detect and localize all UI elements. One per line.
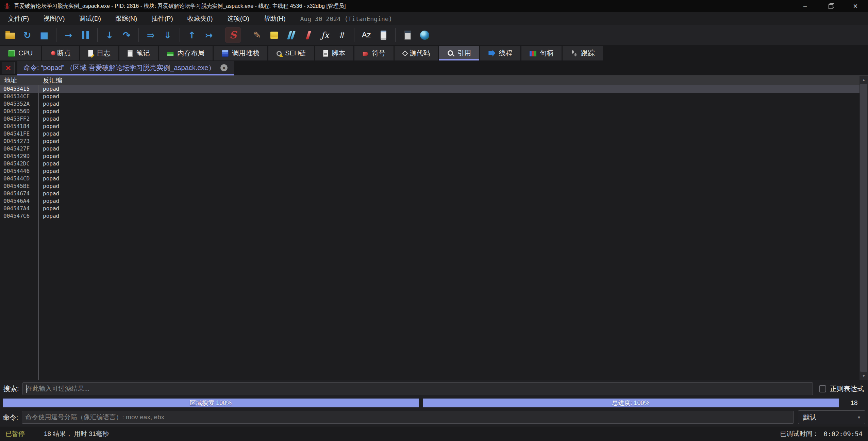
close-all-tabs-button[interactable]: × bbox=[2, 62, 15, 74]
regex-checkbox[interactable] bbox=[819, 385, 826, 392]
result-tab-label: 命令: “popad” （区域 吾爱破解论坛学习脱壳实例_aspack.exe） bbox=[23, 63, 215, 72]
memory-map-icon bbox=[167, 52, 174, 56]
restart-button[interactable]: ↻ bbox=[20, 28, 35, 42]
tab-references[interactable]: 引用 bbox=[439, 46, 479, 60]
symbols-icon bbox=[363, 52, 368, 56]
menu-help[interactable]: 帮助(H) bbox=[256, 12, 293, 25]
patches-button[interactable] bbox=[376, 28, 391, 42]
disassembly-column-header[interactable]: 反汇编 bbox=[38, 76, 62, 85]
menu-options[interactable]: 选项(O) bbox=[220, 12, 256, 25]
patch-button[interactable]: ✎ bbox=[250, 28, 265, 42]
menu-debug[interactable]: 调试(D) bbox=[72, 12, 108, 25]
disasm-cell: popad bbox=[38, 190, 59, 197]
execute-till-return-button[interactable]: ↑ bbox=[184, 28, 199, 42]
function-button[interactable]: ƒx bbox=[318, 28, 333, 42]
minimize-button[interactable]: – bbox=[792, 0, 818, 12]
run-to-selection-button[interactable]: ⇒ bbox=[143, 28, 158, 42]
run-button[interactable]: → bbox=[61, 28, 76, 42]
table-row[interactable]: 00453FF2popad bbox=[0, 115, 868, 123]
search-bar: 搜索: 正则表达式 bbox=[0, 380, 868, 398]
status-bar: 已暂停 18 结果， 用时 31毫秒 已调试时间： 0:02:09:54 bbox=[0, 426, 868, 441]
column-divider[interactable] bbox=[38, 76, 39, 380]
table-row[interactable]: 004544CDpopad bbox=[0, 175, 868, 182]
comment-button[interactable] bbox=[267, 28, 282, 42]
table-row[interactable]: 004542DCpopad bbox=[0, 160, 868, 167]
calculator-button[interactable] bbox=[400, 28, 415, 42]
maximize-restore-button[interactable] bbox=[818, 0, 843, 12]
disasm-cell: popad bbox=[38, 197, 59, 205]
tab-cpu[interactable]: CPU bbox=[0, 46, 41, 60]
tab-script[interactable]: 脚本 bbox=[315, 46, 353, 60]
patches-icon bbox=[381, 31, 386, 40]
scroll-down-icon: ▼ bbox=[862, 374, 866, 378]
step-over-button[interactable]: ↷ bbox=[119, 28, 134, 42]
scroll-down-button[interactable]: ▼ bbox=[859, 372, 868, 380]
references-icon bbox=[447, 50, 454, 57]
font-button[interactable]: Az bbox=[359, 28, 374, 42]
table-row[interactable]: 004546A4popad bbox=[0, 197, 868, 205]
update-check-button[interactable] bbox=[417, 28, 432, 42]
table-row[interactable]: 00454674popad bbox=[0, 190, 868, 197]
run-to-user-code-button[interactable]: ↣ bbox=[201, 28, 216, 42]
menu-favourites[interactable]: 收藏夹(I) bbox=[180, 12, 220, 25]
tab-handles[interactable]: 句柄 bbox=[521, 46, 562, 60]
disasm-cell: popad bbox=[38, 130, 59, 138]
app-icon bbox=[3, 2, 11, 10]
profile-dropdown[interactable]: 默认 ▾ bbox=[798, 410, 865, 424]
result-tab-close-icon[interactable]: × bbox=[220, 64, 228, 71]
tab-label: 脚本 bbox=[332, 49, 345, 58]
menu-trace[interactable]: 跟踪(N) bbox=[108, 12, 144, 25]
tab-notes[interactable]: 笔记 bbox=[119, 46, 158, 60]
pause-button[interactable] bbox=[78, 28, 93, 42]
vertical-scrollbar[interactable]: ▲ ▼ bbox=[859, 76, 868, 380]
bookmark-icon bbox=[305, 31, 311, 39]
close-button[interactable]: × bbox=[843, 0, 868, 12]
tab-breakpoints[interactable]: 断点 bbox=[42, 46, 79, 60]
command-label: 命令: bbox=[3, 413, 18, 422]
table-row[interactable]: 0045427Fpopad bbox=[0, 145, 868, 153]
table-row[interactable]: 0045356Dpopad bbox=[0, 108, 868, 115]
ordinals-button[interactable]: # bbox=[335, 28, 350, 42]
command-input[interactable] bbox=[22, 411, 794, 424]
open-file-icon bbox=[5, 33, 15, 39]
table-row[interactable]: 00454446popad bbox=[0, 167, 868, 175]
tab-memmap[interactable]: 内存布局 bbox=[159, 46, 213, 60]
table-row[interactable]: 0045429Dpopad bbox=[0, 153, 868, 160]
scroll-up-button[interactable]: ▲ bbox=[859, 76, 868, 84]
table-row[interactable]: 004534CFpopad bbox=[0, 93, 868, 100]
table-row[interactable]: 00453415popad bbox=[0, 85, 868, 93]
tab-source[interactable]: 源代码 bbox=[395, 46, 438, 60]
toolbar-separator bbox=[97, 28, 98, 42]
address-cell: 0045352A bbox=[0, 100, 38, 108]
scrollbar-thumb[interactable] bbox=[860, 84, 867, 372]
tab-threads[interactable]: 线程 bbox=[480, 46, 520, 60]
table-row[interactable]: 004541FEpopad bbox=[0, 130, 868, 138]
table-row[interactable]: 0045352Apopad bbox=[0, 100, 868, 108]
step-down-button[interactable]: ⇓ bbox=[160, 28, 175, 42]
menu-plugins[interactable]: 插件(P) bbox=[144, 12, 180, 25]
table-row[interactable]: 00454273popad bbox=[0, 138, 868, 145]
menu-view[interactable]: 视图(V) bbox=[36, 12, 72, 25]
tab-callstack[interactable]: 调用堆栈 bbox=[214, 46, 267, 60]
source-code-icon bbox=[402, 50, 408, 56]
table-row[interactable]: 00454184popad bbox=[0, 123, 868, 130]
address-column-header[interactable]: 地址 bbox=[0, 76, 38, 85]
tab-log[interactable]: 日志 bbox=[80, 46, 118, 60]
tab-trace[interactable]: 跟踪 bbox=[563, 46, 603, 60]
result-tab[interactable]: 命令: “popad” （区域 吾爱破解论坛学习脱壳实例_aspack.exe）… bbox=[17, 61, 234, 75]
menu-file[interactable]: 文件(F) bbox=[1, 12, 36, 25]
table-row[interactable]: 004547A4popad bbox=[0, 205, 868, 212]
bookmark-button[interactable] bbox=[301, 28, 316, 42]
animate-toggle-button[interactable]: S bbox=[226, 28, 240, 42]
window-title: 吾爱破解论坛学习脱壳实例_aspack.exe - PID: 2816 - 模块… bbox=[14, 3, 346, 10]
table-row[interactable]: 004545BEpopad bbox=[0, 182, 868, 190]
step-into-button[interactable]: ↓ bbox=[102, 28, 117, 42]
label-button[interactable] bbox=[284, 28, 299, 42]
tab-seh[interactable]: SEH链 bbox=[268, 46, 314, 60]
table-row[interactable]: 004547C6popad bbox=[0, 212, 868, 220]
stop-button[interactable]: ■ bbox=[37, 28, 52, 42]
open-file-button[interactable] bbox=[3, 28, 18, 42]
breakpoint-icon bbox=[51, 51, 55, 55]
search-input[interactable] bbox=[22, 382, 813, 395]
tab-symbols[interactable]: 符号 bbox=[354, 46, 394, 60]
